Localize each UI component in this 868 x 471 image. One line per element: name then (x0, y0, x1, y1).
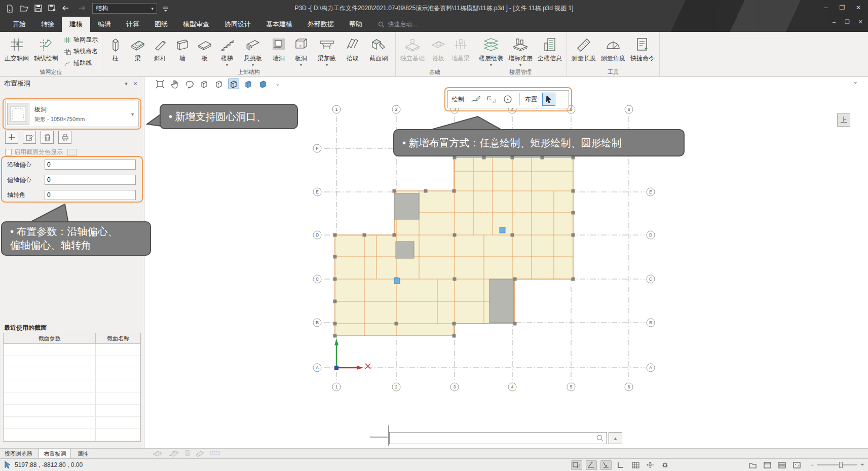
tab-bianji[interactable]: 编辑 (90, 17, 119, 32)
fullscreen-button[interactable] (791, 460, 802, 470)
slab-button[interactable]: 板 (194, 33, 216, 63)
measure-length-button[interactable]: 测量长度 (569, 33, 598, 63)
floor-assembly-button[interactable]: 楼层组装 ▾ (476, 33, 506, 67)
building-info-button[interactable]: 全楼信息 (535, 33, 564, 63)
tab-view-browser[interactable]: 视图浏览器 (0, 449, 37, 459)
axis-draw-button[interactable]: 轴线绘制 (31, 33, 61, 63)
wall-panel-icon[interactable] (196, 449, 205, 458)
table-row[interactable] (4, 392, 140, 405)
zoom-slider-handle[interactable] (839, 462, 843, 468)
pick-button[interactable]: 拾取 (342, 33, 364, 63)
section-brush-button[interactable]: 截面刷 (364, 33, 393, 63)
cantilever-slab-button[interactable]: 悬挑板 ▾ (238, 33, 268, 67)
axis-display-button[interactable]: 轴网显示 (64, 35, 98, 44)
ortho-grid-button[interactable]: 正交轴网 (2, 33, 31, 63)
orbit-button[interactable] (184, 78, 195, 89)
north-button[interactable]: 上 (837, 113, 850, 127)
save-as-button[interactable] (46, 3, 59, 15)
object-snap-button[interactable] (571, 460, 582, 470)
rectangle-draw-button[interactable] (485, 93, 498, 106)
column-cap-icon[interactable] (184, 449, 191, 458)
stair-button[interactable]: 楼梯 ▾ (216, 33, 238, 67)
doc-minimize-button[interactable]: – (829, 19, 839, 25)
tab-zhuanjie[interactable]: 转接 (33, 17, 62, 32)
table-row[interactable] (4, 380, 140, 392)
freeform-draw-button[interactable] (469, 93, 482, 106)
tab-moxingshencha[interactable]: 模型审查 (175, 17, 217, 32)
command-text-field[interactable] (393, 435, 596, 442)
customize-toolbar-button[interactable] (159, 3, 172, 15)
mode-combo[interactable]: 结构 ▾ (92, 3, 157, 14)
column-button[interactable]: 柱 (104, 33, 127, 63)
sloped-slab-icon[interactable] (168, 450, 179, 458)
close-button[interactable]: ✕ (851, 2, 866, 13)
add-standard-floor-button[interactable]: 增标准层 ▾ (506, 33, 535, 67)
settings-gear-button[interactable] (659, 460, 670, 470)
panel-dropdown-icon[interactable]: ▾ (122, 81, 131, 87)
slab-opening-button[interactable]: 板洞 ▾ (290, 33, 312, 67)
move-gizmo-button[interactable] (645, 460, 656, 470)
quick-command-button[interactable]: 快捷命令 (628, 33, 657, 63)
measure-angle-button[interactable]: 测量角度 (598, 33, 628, 63)
dropdown-caret-icon[interactable]: ▾ (326, 63, 328, 67)
tab-place-slab-opening[interactable]: 布置板洞 (39, 449, 71, 459)
ortho-mode-button[interactable] (615, 460, 626, 470)
axis-naming-button[interactable]: 轴线命名 (64, 47, 98, 56)
wall-opening-button[interactable]: 墙洞 (268, 33, 290, 63)
circle-draw-button[interactable] (501, 93, 514, 106)
view-shaded-edges-button[interactable] (243, 78, 254, 89)
table-row[interactable] (4, 356, 140, 368)
drawing-canvas-area[interactable]: 112233445566FFEEDDCCBBAA ⌄ ⌄ 绘制: (144, 77, 868, 448)
zoom-out-button[interactable]: − (810, 461, 814, 468)
dropdown-caret-icon[interactable]: ▾ (252, 63, 254, 67)
view-more-button[interactable]: ⌄ (272, 78, 283, 89)
canvas-toolbar-collapse-icon[interactable]: ⌄ (853, 78, 858, 85)
tab-xietongsheji[interactable]: 协同设计 (217, 17, 258, 32)
brace-button[interactable]: 斜杆 (149, 33, 171, 63)
doc-restore-button[interactable]: ❐ (843, 19, 852, 25)
table-row[interactable] (4, 344, 140, 356)
axis-rotation-input[interactable] (45, 190, 136, 200)
redo-button[interactable] (74, 3, 87, 15)
polar-track-button[interactable] (600, 460, 612, 470)
restore-button[interactable]: ❐ (835, 2, 850, 13)
dropdown-caret-icon[interactable]: ▾ (300, 63, 302, 67)
beam-haunch-button[interactable]: 梁加腋 ▾ (312, 33, 342, 67)
place-select-button[interactable] (542, 93, 555, 106)
undo-button[interactable] (60, 3, 73, 15)
add-section-button[interactable] (5, 131, 18, 144)
view-wireframe-button[interactable] (199, 78, 210, 89)
angle-snap-button[interactable] (586, 460, 597, 470)
tab-jisuan[interactable]: 计算 (119, 17, 147, 32)
view-shaded-button[interactable] (228, 78, 239, 89)
tab-jibenjianmo[interactable]: 基本建模 (258, 17, 300, 32)
zoom-extents-button[interactable] (155, 78, 166, 89)
minimize-button[interactable]: – (818, 2, 834, 13)
pan-button[interactable] (169, 78, 180, 89)
beam-button[interactable]: 梁 (127, 33, 149, 63)
off-axis-offset-input[interactable] (45, 175, 136, 185)
tile-windows-button[interactable] (776, 460, 787, 470)
open-file-button[interactable] (17, 3, 30, 15)
tab-bangzhu[interactable]: 帮助 (342, 17, 370, 32)
command-expand-button[interactable]: ▲ (609, 432, 622, 444)
table-row[interactable] (4, 368, 140, 380)
tab-waibushuju[interactable]: 外部数据 (300, 17, 342, 32)
measure-small-icon[interactable] (210, 450, 220, 458)
quick-launch[interactable]: 快速启动... (378, 17, 417, 32)
view-hidden-line-button[interactable] (213, 78, 224, 89)
single-window-button[interactable] (762, 460, 773, 470)
new-view-button[interactable] (747, 460, 758, 470)
flat-slab-icon[interactable] (152, 450, 163, 458)
zoom-in-button[interactable]: + (860, 461, 864, 468)
wall-button[interactable]: 墙 (171, 33, 194, 63)
tab-properties[interactable]: 属性 (73, 449, 93, 459)
table-row[interactable] (4, 417, 140, 429)
doc-close-button[interactable]: ✕ (856, 19, 865, 25)
new-file-button[interactable] (3, 3, 16, 15)
table-row[interactable] (4, 429, 140, 441)
helper-line-button[interactable]: 辅助线 (64, 59, 98, 67)
along-axis-offset-input[interactable] (45, 160, 136, 170)
section-selector[interactable]: 板洞 矩形 - 1050×750mm ▾ (5, 101, 139, 127)
table-row[interactable] (4, 405, 140, 417)
